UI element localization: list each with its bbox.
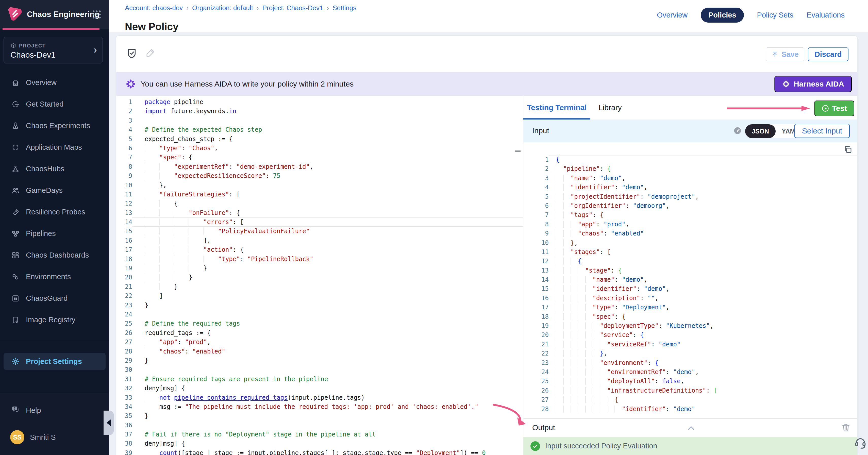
code-line[interactable]: 13 "onFailure": { [116, 208, 523, 218]
json-line[interactable]: 4 "identifier": "demo", [523, 183, 857, 192]
sidebar-item-chaos-experiments[interactable]: Chaos Experiments [0, 115, 109, 136]
code-line[interactable]: 32deny[msg] { [116, 384, 523, 393]
code-line[interactable]: 19 } [116, 264, 523, 273]
code-line[interactable]: 30 [116, 365, 523, 374]
code-line[interactable]: 6 "type": "Chaos", [116, 143, 523, 153]
code-line[interactable]: 20 } [116, 273, 523, 282]
code-line[interactable]: 16 ], [116, 236, 523, 245]
json-line[interactable]: 11 "stages": [ [523, 248, 857, 257]
gauge-icon[interactable] [733, 126, 742, 135]
code-line[interactable]: 38deny[msg] { [116, 439, 523, 448]
user-menu[interactable]: SS Smriti S [0, 428, 109, 446]
code-line[interactable]: 33 not pipeline_contains_required_tags(i… [116, 393, 523, 402]
json-line[interactable]: 16 "description": "", [523, 294, 857, 303]
code-line[interactable]: 28 "chaos": "enabled" [116, 347, 523, 356]
nav-overview[interactable]: Overview [657, 11, 687, 19]
sidebar-item-chaosguard[interactable]: ChaosGuard [0, 288, 109, 309]
code-line[interactable]: 34 msg := "The pipeline must include the… [116, 402, 523, 411]
breadcrumb-project[interactable]: Project: Chaos-Dev1 [262, 4, 323, 12]
support-headset-icon[interactable] [854, 436, 867, 449]
module-grid-icon[interactable] [91, 9, 102, 20]
json-line[interactable]: 24 "environmentRef": "demo", [523, 367, 857, 377]
code-line[interactable]: 39 count([stage | stage := input.pipelin… [116, 448, 523, 455]
breadcrumb-account[interactable]: Account: chaos-dev [125, 4, 183, 12]
sidebar-item-chaos-dashboards[interactable]: Chaos Dashboards [0, 245, 109, 266]
nav-policies-active[interactable]: Policies [701, 8, 744, 23]
json-line[interactable]: 6 "orgIdentifier": "demoorg", [523, 201, 857, 210]
policy-code-editor[interactable]: 1package pipeline2import future.keywords… [116, 96, 523, 455]
json-line[interactable]: 13 "stage": { [523, 266, 857, 275]
copy-icon[interactable] [843, 145, 852, 154]
edit-pencil-icon[interactable] [145, 47, 156, 58]
code-line[interactable]: 22 ] [116, 291, 523, 300]
json-line[interactable]: 1{ [523, 155, 857, 164]
code-line[interactable]: 23} [116, 301, 523, 310]
nav-policy-sets[interactable]: Policy Sets [757, 11, 794, 19]
sidebar-item-chaoshubs[interactable]: ChaosHubs [0, 158, 109, 180]
code-line[interactable]: 3 [116, 116, 523, 125]
code-line[interactable]: 27 "app": "prod", [116, 337, 523, 347]
select-input-button[interactable]: Select Input [795, 124, 850, 138]
chevron-up-icon[interactable] [686, 423, 696, 433]
sidebar-item-application-maps[interactable]: Application Maps [0, 136, 109, 158]
tab-library[interactable]: Library [595, 96, 625, 120]
code-line[interactable]: 11 "failureStrategies": [ [116, 190, 523, 199]
code-line[interactable]: 37# Fail if there is no "Deployment" sta… [116, 430, 523, 439]
code-line[interactable]: 7 "spec": { [116, 153, 523, 162]
json-line[interactable]: 23 "environment": { [523, 358, 857, 367]
shield-check-icon[interactable] [126, 47, 137, 59]
save-button[interactable]: Save [766, 47, 804, 61]
json-line[interactable]: 15 "identifier": "demo", [523, 284, 857, 293]
nav-evaluations[interactable]: Evaluations [807, 11, 845, 19]
code-line[interactable]: 14 "errors": [ [116, 218, 523, 227]
json-line[interactable]: 20 "service": { [523, 330, 857, 339]
json-line[interactable]: 28 "identifier": "demo" [523, 404, 857, 414]
tab-testing-terminal[interactable]: Testing Terminal [523, 96, 590, 120]
json-line[interactable]: 27 { [523, 395, 857, 404]
code-line[interactable]: 5expected_chaos_step := { [116, 134, 523, 143]
discard-button[interactable]: Discard [808, 47, 848, 61]
code-line[interactable]: 36 [116, 421, 523, 430]
sidebar-item-get-started[interactable]: Get Started [0, 93, 109, 115]
json-line[interactable]: 19 "deploymentType": "Kubernetes", [523, 321, 857, 330]
code-line[interactable]: 31# Ensure required tags are present in … [116, 375, 523, 384]
json-line[interactable]: 3 "name": "demo", [523, 173, 857, 183]
json-line[interactable]: 9 "chaos": "enabled" [523, 229, 857, 238]
input-json-editor[interactable]: 1{2 "pipeline": {3 "name": "demo",4 "ide… [523, 142, 857, 431]
code-line[interactable]: 35} [116, 411, 523, 421]
code-line[interactable]: 1package pipeline [116, 97, 523, 106]
json-line[interactable]: 5 "projectIdentifier": "demoproject", [523, 192, 857, 201]
json-line[interactable]: 22 }, [523, 349, 857, 358]
json-line[interactable]: 7 "tags": { [523, 210, 857, 220]
sidebar-item-project-settings[interactable]: Project Settings [4, 353, 105, 370]
sidebar-item-image-registry[interactable]: Image Registry [0, 309, 109, 331]
sidebar-item-resilience-probes[interactable]: Resilience Probes [0, 201, 109, 223]
code-line[interactable]: 8 "experimentRef": "demo-experiment-id", [116, 162, 523, 171]
sidebar-item-pipelines[interactable]: Pipelines [0, 223, 109, 245]
json-line[interactable]: 12 { [523, 257, 857, 266]
code-line[interactable]: 26required_tags := { [116, 328, 523, 337]
test-button[interactable]: Test [814, 100, 854, 116]
code-line[interactable]: 15 "PolicyEvaluationFailure" [116, 227, 523, 236]
sidebar-item-overview[interactable]: Overview [0, 72, 109, 93]
code-line[interactable]: 21 } [116, 282, 523, 291]
code-line[interactable]: 12 { [116, 199, 523, 208]
breadcrumb-settings[interactable]: Settings [333, 4, 356, 12]
json-line[interactable]: 14 "name": "demo", [523, 275, 857, 284]
format-json-selected[interactable]: JSON [745, 124, 776, 138]
json-line[interactable]: 18 "spec": { [523, 312, 857, 321]
help-button[interactable]: ? Help [0, 401, 109, 420]
sidebar-collapse-handle[interactable] [103, 411, 114, 435]
breadcrumb-organization[interactable]: Organization: default [192, 4, 253, 12]
code-line[interactable]: 29} [116, 356, 523, 365]
code-line[interactable]: 4# Define the expected Chaos step [116, 125, 523, 134]
sidebar-item-environments[interactable]: Environments [0, 266, 109, 288]
json-line[interactable]: 17 "type": "Deployment", [523, 303, 857, 312]
code-line[interactable]: 24 [116, 310, 523, 319]
trash-icon[interactable] [841, 422, 851, 432]
project-selector[interactable]: PROJECT Chaos-Dev1 › [4, 37, 103, 63]
json-line[interactable]: 21 "serviceRef": "demo" [523, 340, 857, 349]
code-line[interactable]: 18 "type": "PipelineRollback" [116, 255, 523, 264]
json-line[interactable]: 2 "pipeline": { [523, 164, 857, 173]
code-line[interactable]: 9 "expectedResilienceScore": 75 [116, 171, 523, 181]
